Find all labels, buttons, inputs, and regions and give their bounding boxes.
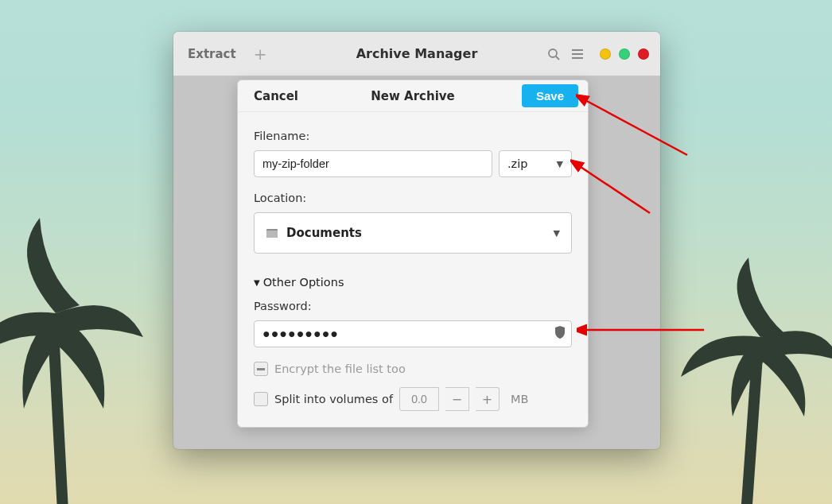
encrypt-filelist-row[interactable]: Encrypt the file list too xyxy=(254,362,572,376)
encrypt-label: Encrypt the file list too xyxy=(274,362,406,375)
chevron-down-icon: ▼ xyxy=(557,159,563,169)
password-label: Password: xyxy=(254,300,572,312)
svg-point-2 xyxy=(549,49,557,57)
search-icon[interactable] xyxy=(547,48,560,60)
other-options-expander[interactable]: ▼ Other Options xyxy=(254,276,572,289)
shield-icon[interactable] xyxy=(554,326,566,342)
other-options-label: Other Options xyxy=(263,276,344,289)
add-button[interactable]: + xyxy=(246,45,275,64)
encrypt-checkbox[interactable] xyxy=(254,362,268,376)
filename-input[interactable] xyxy=(254,150,492,177)
new-archive-dialog: Cancel New Archive Save Filename: .zip ▼… xyxy=(237,79,589,428)
split-checkbox[interactable] xyxy=(254,392,268,406)
hamburger-menu-icon[interactable] xyxy=(571,48,584,60)
chevron-down-icon: ▼ xyxy=(554,228,560,238)
titlebar: Extract + Archive Manager xyxy=(173,32,660,76)
extension-combo[interactable]: .zip ▼ xyxy=(499,150,572,177)
svg-rect-0 xyxy=(48,329,70,504)
location-combo[interactable]: Documents ▼ xyxy=(254,212,572,254)
split-label: Split into volumes of xyxy=(274,393,393,405)
dialog-header: Cancel New Archive Save xyxy=(238,80,588,112)
filename-label: Filename: xyxy=(254,130,572,142)
svg-line-3 xyxy=(556,56,559,60)
extension-value: .zip xyxy=(507,157,527,170)
split-decrement-button[interactable]: − xyxy=(445,387,469,411)
location-value: Documents xyxy=(286,226,362,240)
folder-icon xyxy=(266,227,278,239)
palm-tree-right xyxy=(681,186,832,504)
split-increment-button[interactable]: + xyxy=(476,387,500,411)
split-unit: MB xyxy=(511,393,528,405)
svg-rect-8 xyxy=(266,231,278,238)
location-label: Location: xyxy=(254,192,572,204)
minimize-button[interactable] xyxy=(600,48,611,60)
split-volumes-row[interactable]: Split into volumes of − + MB xyxy=(254,387,572,411)
extract-button[interactable]: Extract xyxy=(185,42,239,66)
triangle-down-icon: ▼ xyxy=(254,278,260,287)
maximize-button[interactable] xyxy=(619,48,630,60)
svg-rect-1 xyxy=(738,345,764,504)
close-button[interactable] xyxy=(638,48,649,60)
palm-tree-left xyxy=(0,122,143,504)
save-button[interactable]: Save xyxy=(522,84,578,107)
split-size-input[interactable] xyxy=(399,387,439,411)
password-input[interactable] xyxy=(254,320,572,347)
cancel-button[interactable]: Cancel xyxy=(254,89,298,103)
